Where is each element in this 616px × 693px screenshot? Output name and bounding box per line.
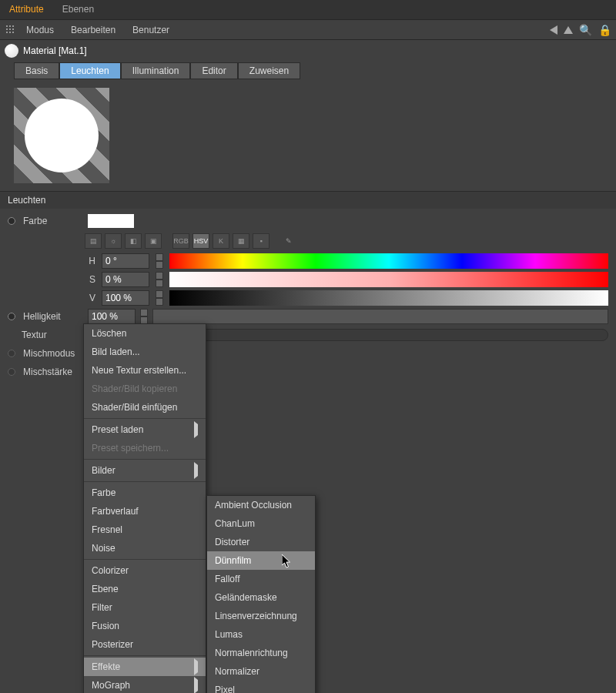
- tab-ebenen[interactable]: Ebenen: [53, 0, 103, 19]
- mischmodus-radio[interactable]: [8, 350, 15, 357]
- input-v[interactable]: 100 %: [102, 290, 149, 306]
- helligkeit-slider[interactable]: [152, 309, 608, 324]
- svg-rect-3: [6, 28, 8, 30]
- menu-benutzer[interactable]: Benutzer: [125, 22, 177, 38]
- svg-rect-8: [12, 32, 14, 33]
- mode-rgb-button[interactable]: RGB: [172, 233, 189, 249]
- ctx-effekte[interactable]: Effekte: [84, 658, 206, 676]
- ctx-gelaendemaske[interactable]: Geländemaske: [207, 588, 315, 607]
- ctx-fresnel[interactable]: Fresnel: [84, 521, 206, 539]
- ctx-normalenrichtung[interactable]: Normalenrichtung: [207, 644, 315, 662]
- label-textur: Textur: [22, 330, 82, 340]
- material-preview[interactable]: [14, 88, 109, 183]
- color-swatch[interactable]: [88, 214, 134, 228]
- grid-icon[interactable]: [5, 24, 17, 36]
- ctx-separator: [84, 559, 206, 560]
- spinner-h[interactable]: [156, 253, 163, 269]
- ctx-ebene[interactable]: Ebene: [84, 580, 206, 598]
- icon-spectrum[interactable]: ▤: [85, 233, 102, 249]
- icon-square[interactable]: ◧: [125, 233, 142, 249]
- tab-editor[interactable]: Editor: [190, 62, 237, 79]
- ctx-farbe[interactable]: Farbe: [84, 484, 206, 502]
- ctx-fusion[interactable]: Fusion: [84, 617, 206, 635]
- svg-rect-7: [9, 32, 11, 33]
- farbe-radio[interactable]: [8, 217, 15, 225]
- lock-icon[interactable]: 🔒: [598, 24, 611, 36]
- preview-sphere-icon: [25, 99, 99, 172]
- mischstaerke-radio[interactable]: [8, 368, 15, 376]
- material-preview-icon: [5, 44, 18, 58]
- top-tab-bar: Attribute Ebenen: [0, 0, 616, 20]
- spinner-v[interactable]: [156, 290, 163, 306]
- ctx-chanlum[interactable]: ChanLum: [207, 514, 315, 533]
- sat-slider[interactable]: [169, 272, 608, 287]
- preview-area: [0, 80, 616, 192]
- icon-wheel[interactable]: ☼: [105, 233, 122, 249]
- ctx-separator: [84, 418, 206, 419]
- val-slider[interactable]: [169, 290, 608, 306]
- ctx-farbverlauf[interactable]: Farbverlauf: [84, 502, 206, 521]
- mode-k-button[interactable]: K: [213, 233, 229, 249]
- svg-rect-0: [6, 25, 8, 27]
- ctx-neue-textur[interactable]: Neue Textur erstellen...: [84, 361, 206, 380]
- search-icon[interactable]: 🔍: [579, 24, 592, 36]
- mode-hsv-button[interactable]: HSV: [192, 233, 209, 249]
- ctx-colorizer[interactable]: Colorizer: [84, 561, 206, 580]
- tab-attribute[interactable]: Attribute: [0, 0, 53, 19]
- icon-squares[interactable]: ▪: [253, 233, 270, 249]
- menu-modus[interactable]: Modus: [18, 22, 62, 38]
- nav-up-icon[interactable]: [564, 26, 573, 34]
- svg-rect-4: [9, 28, 11, 30]
- ctx-linsenverzeichnung[interactable]: Linsenverzeichnung: [207, 607, 315, 625]
- ctx-mograph[interactable]: MoGraph: [84, 676, 206, 693]
- ctx-duennfilm[interactable]: Dünnfilm: [207, 551, 315, 570]
- ctx-normalizer[interactable]: Normalizer: [207, 662, 315, 681]
- ctx-distorter[interactable]: Distorter: [207, 533, 315, 551]
- input-s[interactable]: 0 %: [102, 272, 149, 287]
- section-title: Leuchten: [0, 192, 616, 209]
- label-helligkeit: Helligkeit: [23, 311, 83, 322]
- eyedropper-icon[interactable]: ✎: [280, 233, 297, 249]
- tab-basis[interactable]: Basis: [14, 62, 59, 79]
- menu-bearbeiten[interactable]: Bearbeiten: [63, 22, 123, 38]
- ctx-preset-laden[interactable]: Preset laden: [84, 420, 206, 439]
- ctx-noise[interactable]: Noise: [84, 539, 206, 557]
- nav-back-icon[interactable]: [550, 25, 557, 35]
- ctx-filter[interactable]: Filter: [84, 598, 206, 617]
- ctx-lumas[interactable]: Lumas: [207, 625, 315, 644]
- ctx-shader-kopieren: Shader/Bild kopieren: [84, 380, 206, 398]
- ctx-separator: [84, 459, 206, 460]
- helligkeit-radio[interactable]: [8, 313, 15, 320]
- icon-swatches[interactable]: ▦: [233, 233, 249, 249]
- menu-bar: Modus Bearbeiten Benutzer 🔍 🔒: [0, 20, 616, 40]
- material-header: Material [Mat.1]: [0, 40, 616, 62]
- spinner-helligkeit[interactable]: [140, 309, 148, 324]
- hue-slider[interactable]: [169, 253, 608, 269]
- ctx-pixel[interactable]: Pixel: [207, 681, 315, 693]
- ctx-loeschen[interactable]: Löschen: [84, 324, 206, 343]
- label-s: S: [85, 274, 95, 285]
- tab-illumination[interactable]: Illumination: [121, 62, 191, 79]
- ctx-preset-speichern: Preset speichern...: [84, 439, 206, 457]
- ctx-bilder[interactable]: Bilder: [84, 461, 206, 480]
- svg-rect-5: [12, 28, 14, 30]
- material-name: Material [Mat.1]: [23, 45, 87, 56]
- input-h[interactable]: 0 °: [102, 253, 149, 269]
- ctx-posterizer[interactable]: Posterizer: [84, 635, 206, 654]
- chevron-right-icon: [194, 424, 198, 435]
- tab-leuchten[interactable]: Leuchten: [59, 62, 120, 79]
- icon-picture[interactable]: ▣: [145, 233, 162, 249]
- ctx-falloff[interactable]: Falloff: [207, 570, 315, 588]
- spinner-s[interactable]: [156, 272, 163, 287]
- channel-tabs: Basis Leuchten Illumination Editor Zuwei…: [0, 62, 616, 80]
- ctx-shader-einfuegen[interactable]: Shader/Bild einfügen: [84, 398, 206, 417]
- tab-zuweisen[interactable]: Zuweisen: [238, 62, 300, 79]
- ctx-bild-laden[interactable]: Bild laden...: [84, 343, 206, 361]
- input-helligkeit[interactable]: 100 %: [88, 309, 136, 324]
- ctx-separator: [84, 481, 206, 482]
- svg-rect-6: [6, 32, 8, 33]
- chevron-right-icon: [194, 661, 198, 672]
- ctx-ambient-occlusion[interactable]: Ambient Occlusion: [207, 496, 315, 514]
- effekte-submenu: Ambient Occlusion ChanLum Distorter Dünn…: [206, 495, 316, 693]
- color-mode-icons: ▤ ☼ ◧ ▣ RGB HSV K ▦ ▪ ✎: [85, 230, 608, 252]
